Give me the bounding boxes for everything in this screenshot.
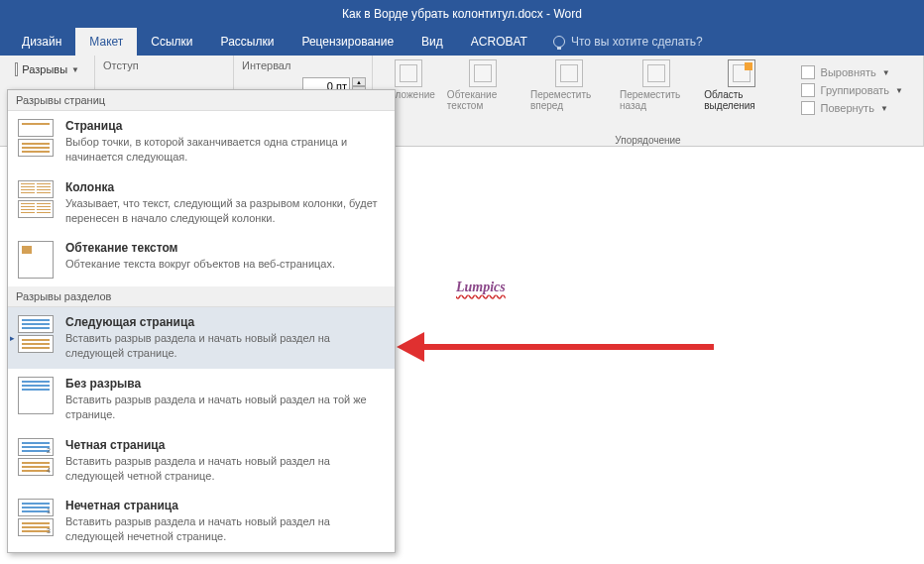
section-continuous[interactable]: Без разрыва Вставить разрыв раздела и на…	[8, 369, 395, 430]
rotate-icon	[801, 101, 815, 115]
wrap-text-button[interactable]: Обтекание текстом	[447, 59, 519, 115]
breaks-button[interactable]: Разрывы ▼	[8, 59, 86, 79]
bulb-icon	[553, 36, 565, 48]
tab-review[interactable]: Рецензирование	[288, 28, 407, 56]
tab-view[interactable]: Вид	[407, 28, 457, 56]
continuous-icon	[18, 377, 54, 414]
break-page[interactable]: Страница Выбор точки, в которой заканчив…	[8, 111, 395, 172]
chevron-down-icon: ▼	[71, 65, 79, 74]
tell-me-label: Что вы хотите сделать?	[571, 35, 703, 49]
tab-design[interactable]: Дизайн	[8, 28, 75, 56]
section-even-page[interactable]: 24 Четная страница Вставить разрыв разде…	[8, 430, 395, 492]
group-icon	[801, 83, 815, 97]
column-break-icon	[18, 180, 54, 218]
annotation-arrow	[397, 332, 714, 362]
breaks-dropdown: Разрывы страниц Страница Выбор точки, в …	[7, 89, 396, 553]
tab-layout[interactable]: Макет	[75, 28, 137, 56]
ribbon-tabs: Дизайн Макет Ссылки Рассылки Рецензирова…	[0, 28, 924, 56]
section-odd-page[interactable]: 13 Нечетная страница Вставить разрыв раз…	[8, 491, 395, 552]
odd-page-icon: 13	[18, 499, 54, 536]
dd-header-sections: Разрывы разделов	[8, 286, 395, 307]
spin-up[interactable]: ▲	[352, 77, 366, 86]
wrap-break-icon	[18, 241, 54, 279]
position-icon	[395, 59, 422, 87]
wrap-icon	[469, 59, 497, 87]
tab-mailings[interactable]: Рассылки	[207, 28, 289, 56]
document-text[interactable]: Lumpics	[456, 280, 506, 294]
section-next-page[interactable]: Следующая страница Вставить разрыв разде…	[8, 307, 395, 369]
arrange-group-label: Упорядочение	[373, 133, 923, 146]
rotate-button[interactable]: Повернуть▼	[801, 101, 903, 115]
indent-label: Отступ	[103, 59, 225, 71]
break-text-wrapping[interactable]: Обтекание текстом Обтекание текста вокру…	[8, 233, 395, 286]
bring-forward-button[interactable]: Переместить вперед	[530, 59, 608, 115]
interval-label: Интервал	[242, 59, 364, 71]
group-button[interactable]: Группировать▼	[801, 83, 903, 97]
page-break-icon	[18, 119, 54, 157]
tab-acrobat[interactable]: ACROBAT	[457, 28, 541, 56]
even-page-icon: 24	[18, 438, 54, 476]
tab-references[interactable]: Ссылки	[137, 28, 206, 56]
send-backward-button[interactable]: Переместить назад	[620, 59, 692, 115]
tell-me-search[interactable]: Что вы хотите сделать?	[553, 28, 703, 56]
selection-pane-button[interactable]: Область выделения	[704, 59, 778, 115]
arrange-group: Положение Обтекание текстом Переместить …	[373, 56, 924, 146]
forward-icon	[555, 59, 583, 87]
break-column[interactable]: Колонка Указывает, что текст, следующий …	[8, 172, 395, 234]
dd-header-pages: Разрывы страниц	[8, 90, 395, 111]
arrow-line	[420, 344, 714, 350]
next-page-icon	[18, 315, 54, 353]
document-title: Как в Ворде убрать колонтитул.docx - Wor…	[342, 7, 582, 21]
breaks-icon	[15, 62, 18, 76]
align-icon	[801, 65, 815, 79]
backward-icon	[642, 59, 670, 87]
breaks-label: Разрывы	[22, 63, 67, 75]
align-button[interactable]: Выровнять▼	[801, 65, 903, 79]
title-bar: Как в Ворде убрать колонтитул.docx - Wor…	[0, 0, 924, 28]
selection-icon	[728, 59, 755, 87]
